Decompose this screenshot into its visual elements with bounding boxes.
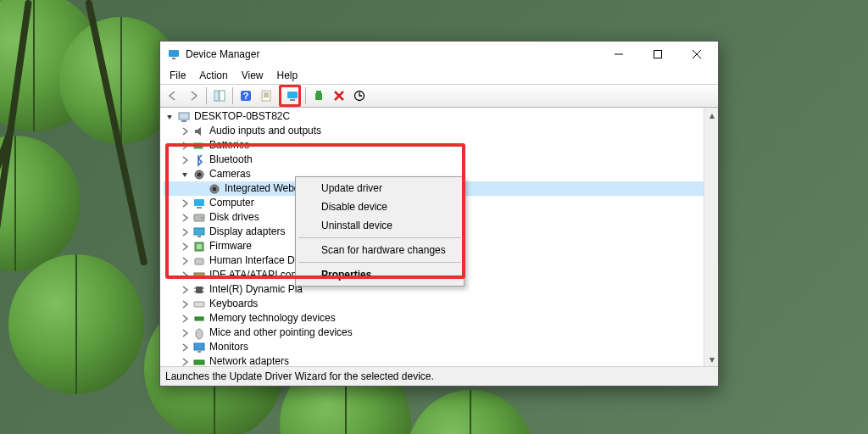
- minimize-button[interactable]: [599, 42, 638, 67]
- battery-icon: [192, 139, 206, 153]
- tree-node-label: Keyboards: [209, 297, 258, 311]
- toolbar-separator: [305, 87, 306, 104]
- close-button[interactable]: [677, 42, 716, 67]
- status-text: Launches the Update Driver Wizard for th…: [165, 370, 434, 382]
- chevron-right-icon[interactable]: [179, 255, 191, 267]
- uninstall-device-button[interactable]: [309, 86, 328, 105]
- menu-action[interactable]: Action: [193, 68, 233, 83]
- ctx-separator: [298, 262, 461, 263]
- properties-button[interactable]: [257, 86, 275, 105]
- menubar: File Action View Help: [160, 67, 718, 84]
- chevron-right-icon[interactable]: [179, 198, 191, 209]
- chevron-right-icon[interactable]: [179, 284, 191, 296]
- mouse-icon: [192, 326, 206, 340]
- chevron-right-icon[interactable]: [179, 327, 191, 339]
- tree-node-label: Disk drives: [209, 210, 259, 225]
- svg-point-32: [201, 217, 203, 219]
- chevron-right-icon[interactable]: [179, 226, 191, 238]
- monitor-icon: [192, 341, 206, 354]
- svg-rect-45: [195, 317, 203, 320]
- ctx-update-driver[interactable]: Update driver: [298, 179, 462, 198]
- show-hide-tree-button[interactable]: [210, 86, 229, 105]
- tree-node-label: Computer: [209, 196, 254, 210]
- chevron-down-icon[interactable]: [164, 111, 175, 123]
- disable-device-button[interactable]: [330, 86, 348, 105]
- svg-rect-39: [196, 287, 203, 293]
- tree-node-label: Network adapters: [209, 354, 289, 366]
- tree-node[interactable]: Monitors: [164, 340, 704, 354]
- svg-rect-38: [194, 273, 204, 278]
- tree-node-label: Cameras: [209, 167, 251, 181]
- scan-hardware-button[interactable]: [350, 86, 369, 105]
- svg-rect-34: [198, 236, 201, 237]
- maximize-button[interactable]: [638, 42, 677, 67]
- svg-rect-14: [287, 92, 298, 98]
- tree-node-label: Display adapters: [209, 225, 285, 239]
- forward-button[interactable]: [184, 86, 203, 105]
- svg-rect-36: [197, 244, 202, 249]
- tree-node-label: DESKTOP-0BST82C: [194, 109, 290, 124]
- bluetooth-icon: [192, 153, 206, 167]
- svg-rect-7: [220, 91, 225, 101]
- chevron-down-icon[interactable]: [179, 169, 191, 181]
- svg-rect-22: [181, 120, 186, 122]
- tree-root[interactable]: DESKTOP-0BST82C: [164, 109, 704, 124]
- tree-node-label: Firmware: [209, 239, 252, 253]
- menu-help[interactable]: Help: [271, 68, 304, 83]
- ide-icon: [192, 269, 206, 282]
- chevron-right-icon[interactable]: [179, 125, 191, 137]
- window-title: Device Manager: [186, 48, 259, 60]
- toolbar: ?: [160, 84, 718, 108]
- svg-rect-17: [316, 91, 321, 93]
- tree-node[interactable]: Bluetooth: [164, 153, 704, 167]
- chevron-right-icon[interactable]: [179, 154, 191, 166]
- svg-point-46: [196, 329, 203, 339]
- update-driver-button[interactable]: [283, 86, 302, 105]
- menu-view[interactable]: View: [236, 68, 270, 83]
- back-button[interactable]: [164, 86, 182, 105]
- help-button[interactable]: ?: [236, 86, 255, 105]
- audio-icon: [192, 125, 206, 138]
- scroll-up-arrow[interactable]: ▴: [704, 108, 718, 122]
- chevron-right-icon[interactable]: [179, 241, 191, 253]
- webcam-icon: [208, 182, 221, 196]
- svg-rect-16: [315, 93, 322, 100]
- svg-rect-49: [194, 360, 204, 364]
- tree-node[interactable]: Mice and other pointing devices: [164, 326, 704, 340]
- svg-rect-48: [198, 351, 201, 353]
- display-icon: [192, 225, 206, 239]
- chevron-right-icon[interactable]: [179, 140, 191, 152]
- tree-node[interactable]: Memory technology devices: [164, 311, 704, 326]
- svg-rect-47: [194, 343, 204, 350]
- tree-node[interactable]: Network adapters: [164, 354, 704, 366]
- ctx-separator: [298, 237, 461, 238]
- statusbar: Launches the Update Driver Wizard for th…: [160, 367, 718, 386]
- chevron-right-icon[interactable]: [179, 270, 191, 281]
- tree-node-label: IDE ATA/ATAPI contr: [209, 268, 303, 282]
- scroll-down-arrow[interactable]: ▾: [704, 352, 718, 366]
- toolbar-separator: [232, 87, 233, 104]
- chevron-right-icon[interactable]: [179, 356, 191, 367]
- tree-node-label: Batteries: [209, 138, 249, 153]
- ctx-properties[interactable]: Properties: [298, 265, 462, 284]
- tree-node-label: Memory technology devices: [209, 311, 336, 326]
- titlebar[interactable]: Device Manager: [160, 42, 718, 67]
- tree-node[interactable]: Keyboards: [164, 297, 704, 311]
- tree-node[interactable]: Batteries: [164, 138, 704, 153]
- svg-rect-10: [262, 91, 270, 101]
- tree-node-label: Intel(R) Dynamic Pla: [209, 282, 303, 297]
- tree-node[interactable]: Audio inputs and outputs: [164, 124, 704, 138]
- chevron-right-icon[interactable]: [179, 298, 191, 310]
- chevron-right-icon[interactable]: [179, 342, 191, 353]
- computer-icon: [177, 110, 191, 124]
- ctx-disable-device[interactable]: Disable device: [298, 198, 462, 216]
- svg-rect-15: [290, 99, 295, 101]
- chevron-right-icon[interactable]: [179, 313, 191, 325]
- chevron-right-icon[interactable]: [179, 212, 191, 224]
- tree-content: DESKTOP-0BST82C Audio inputs and outputs…: [160, 108, 718, 367]
- ctx-scan-hardware[interactable]: Scan for hardware changes: [298, 241, 462, 259]
- svg-rect-44: [194, 302, 204, 307]
- ctx-uninstall-device[interactable]: Uninstall device: [298, 216, 462, 235]
- vertical-scrollbar[interactable]: ▴ ▾: [704, 108, 718, 366]
- menu-file[interactable]: File: [164, 68, 192, 83]
